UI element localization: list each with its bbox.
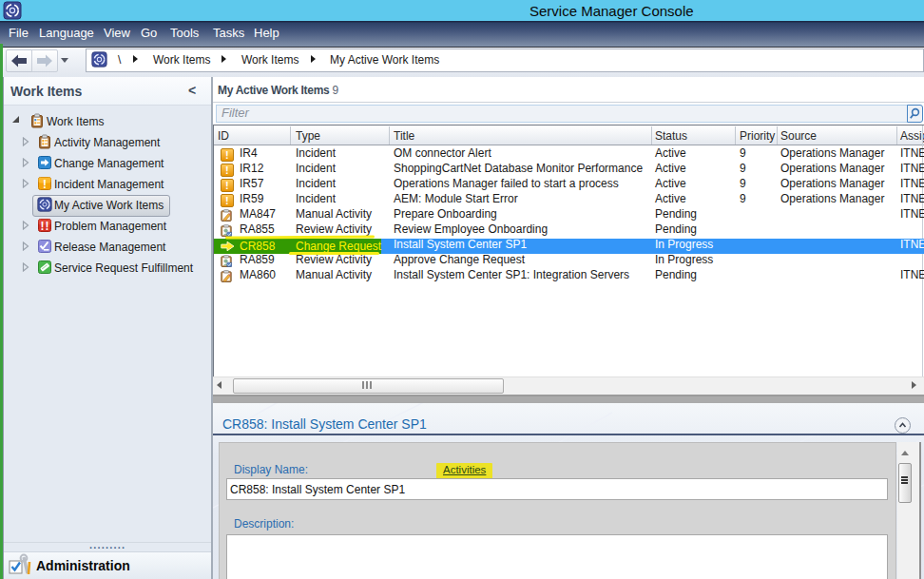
svg-text:!: ! [41, 220, 45, 233]
svg-text:!: ! [43, 178, 47, 191]
svg-text:!: ! [45, 220, 48, 233]
